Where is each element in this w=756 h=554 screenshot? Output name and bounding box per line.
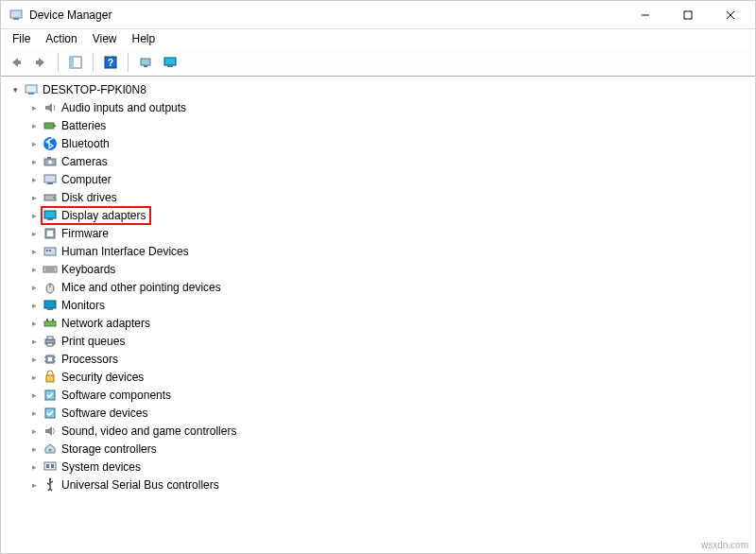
svg-text:?: ? bbox=[108, 58, 113, 68]
system-icon bbox=[43, 459, 58, 475]
expander-icon[interactable] bbox=[27, 281, 41, 294]
scan-hardware-button[interactable] bbox=[134, 51, 157, 74]
tree-node[interactable]: Display adapters bbox=[5, 206, 755, 224]
help-button[interactable]: ? bbox=[99, 51, 122, 74]
firmware-icon bbox=[43, 226, 58, 241]
tree-node[interactable]: Batteries bbox=[5, 116, 755, 134]
keyboard-icon bbox=[43, 262, 58, 277]
toolbar-separator bbox=[93, 53, 94, 72]
tree-node-label: Software devices bbox=[61, 407, 147, 420]
tree-node[interactable]: Universal Serial Bus controllers bbox=[5, 476, 755, 493]
svg-point-59 bbox=[49, 477, 51, 479]
tree-node[interactable]: Network adapters bbox=[5, 314, 755, 332]
expander-icon[interactable] bbox=[27, 389, 41, 402]
tree-node-label: Bluetooth bbox=[61, 137, 110, 150]
tree-node[interactable]: Storage controllers bbox=[5, 440, 755, 458]
tree-node[interactable]: Processors bbox=[5, 350, 755, 368]
expander-icon[interactable] bbox=[27, 299, 41, 312]
menu-view[interactable]: View bbox=[85, 30, 125, 47]
toolbar-separator bbox=[58, 53, 59, 72]
software-icon bbox=[43, 388, 58, 403]
back-button[interactable] bbox=[5, 51, 27, 74]
expander-icon[interactable] bbox=[27, 101, 41, 114]
network-icon bbox=[43, 316, 58, 331]
toolbar-separator bbox=[128, 53, 129, 72]
svg-rect-21 bbox=[47, 157, 51, 159]
svg-rect-15 bbox=[28, 93, 34, 95]
svg-rect-27 bbox=[47, 218, 53, 220]
tree-node-label: Firmware bbox=[61, 227, 109, 240]
tree-node-label: Batteries bbox=[61, 119, 106, 132]
tree-node-label: Mice and other pointing devices bbox=[61, 281, 221, 294]
tree-node[interactable]: Software components bbox=[5, 386, 755, 404]
tree-node[interactable]: Mice and other pointing devices bbox=[5, 278, 755, 296]
expander-icon[interactable] bbox=[27, 460, 41, 474]
menu-help[interactable]: Help bbox=[125, 30, 163, 47]
toolbar: ? bbox=[1, 48, 755, 77]
menubar: File Action View Help bbox=[1, 29, 755, 48]
tree-root-label: DESKTOP-FPKI0N8 bbox=[43, 83, 146, 96]
computer-icon bbox=[43, 172, 58, 187]
expander-icon[interactable] bbox=[27, 335, 41, 348]
expander-icon[interactable] bbox=[27, 173, 41, 186]
expander-icon[interactable] bbox=[27, 137, 41, 150]
tree-node-label: Universal Serial Bus controllers bbox=[61, 478, 219, 492]
svg-rect-32 bbox=[49, 250, 51, 251]
svg-rect-16 bbox=[44, 123, 54, 129]
svg-rect-12 bbox=[164, 58, 176, 65]
minimize-button[interactable] bbox=[624, 2, 666, 28]
tree-node-label: Computer bbox=[61, 173, 112, 186]
close-button[interactable] bbox=[709, 2, 751, 28]
svg-rect-33 bbox=[43, 267, 57, 272]
software-icon bbox=[43, 406, 58, 421]
expander-icon[interactable] bbox=[27, 353, 41, 366]
expander-icon[interactable] bbox=[27, 371, 41, 384]
tree-node[interactable]: Security devices bbox=[5, 368, 755, 386]
security-icon bbox=[43, 370, 58, 385]
svg-rect-3 bbox=[684, 11, 692, 19]
menu-file[interactable]: File bbox=[5, 30, 38, 47]
expander-icon[interactable] bbox=[27, 227, 41, 240]
tree-node[interactable]: Firmware bbox=[5, 224, 755, 242]
tree-node[interactable]: Print queues bbox=[5, 332, 755, 350]
expander-icon[interactable] bbox=[27, 317, 41, 330]
tree-node[interactable]: Monitors bbox=[5, 296, 755, 314]
svg-rect-42 bbox=[52, 319, 54, 321]
expander-icon[interactable] bbox=[27, 245, 41, 258]
expander-icon[interactable] bbox=[9, 83, 22, 96]
bluetooth-icon bbox=[43, 136, 58, 151]
forward-button[interactable] bbox=[29, 51, 52, 74]
expander-icon[interactable] bbox=[27, 191, 41, 204]
computer-icon bbox=[24, 82, 39, 97]
svg-rect-29 bbox=[47, 231, 53, 236]
tree-node-label: System devices bbox=[61, 460, 141, 474]
tree-node[interactable]: Human Interface Devices bbox=[5, 242, 755, 260]
tree-node[interactable]: Cameras bbox=[5, 152, 755, 170]
svg-rect-23 bbox=[47, 182, 53, 184]
tree-node[interactable]: Sound, video and game controllers bbox=[5, 422, 755, 440]
tree-node[interactable]: Audio inputs and outputs bbox=[5, 98, 755, 116]
app-icon bbox=[9, 8, 24, 23]
svg-rect-10 bbox=[141, 59, 150, 65]
show-hide-console-tree-button[interactable] bbox=[64, 51, 87, 74]
tree-node[interactable]: Keyboards bbox=[5, 260, 755, 278]
tree-node[interactable]: Software devices bbox=[5, 404, 755, 422]
maximize-button[interactable] bbox=[666, 2, 709, 28]
expander-icon[interactable] bbox=[27, 119, 41, 132]
monitor-toolbar-button[interactable] bbox=[159, 51, 181, 74]
tree-node[interactable]: Bluetooth bbox=[5, 134, 755, 152]
tree-node[interactable]: Computer bbox=[5, 170, 755, 188]
device-tree[interactable]: DESKTOP-FPKI0N8 Audio inputs and outputs… bbox=[1, 77, 755, 540]
tree-root[interactable]: DESKTOP-FPKI0N8 bbox=[5, 80, 755, 98]
tree-node[interactable]: System devices bbox=[5, 458, 755, 476]
tree-node[interactable]: Disk drives bbox=[5, 188, 755, 206]
expander-icon[interactable] bbox=[27, 442, 41, 456]
cpu-icon bbox=[43, 352, 58, 367]
expander-icon[interactable] bbox=[27, 263, 41, 276]
expander-icon[interactable] bbox=[27, 407, 41, 420]
expander-icon[interactable] bbox=[27, 478, 41, 492]
expander-icon[interactable] bbox=[27, 424, 41, 438]
expander-icon[interactable] bbox=[27, 155, 41, 168]
menu-action[interactable]: Action bbox=[38, 30, 84, 47]
expander-icon[interactable] bbox=[27, 209, 41, 222]
